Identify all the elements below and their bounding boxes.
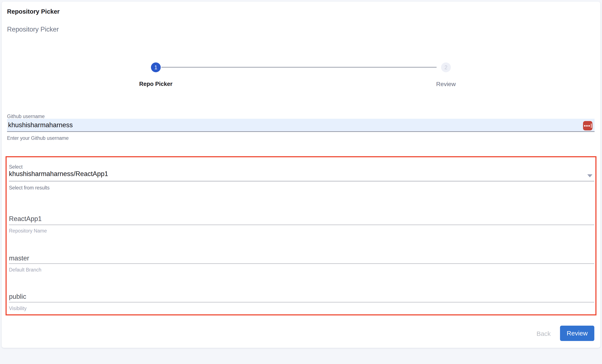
page-title: Repository Picker: [7, 9, 60, 15]
repo-select-label: Select: [9, 164, 22, 170]
chevron-down-icon[interactable]: [587, 174, 592, 177]
lastpass-autofill-icon[interactable]: [583, 121, 592, 130]
highlight-region: Select khushisharmaharness/ReactApp1 Sel…: [6, 156, 596, 315]
lastpass-dot: [586, 125, 588, 127]
visibility-underline: [9, 302, 594, 302]
page-subtitle: Repository Picker: [7, 26, 59, 32]
github-username-input[interactable]: [7, 119, 594, 132]
lastpass-dot: [584, 125, 586, 127]
repo-select-underline: [9, 181, 594, 181]
lastpass-bar: [591, 124, 591, 128]
visibility-value[interactable]: public: [9, 293, 26, 300]
step-1-number: 1: [154, 65, 157, 70]
visibility-label: Visibility: [9, 306, 27, 311]
repository-name-label: Repository Name: [9, 228, 47, 234]
step-2-label: Review: [414, 81, 478, 88]
default-branch-underline: [9, 263, 594, 264]
repository-picker-card: Repository Picker Repository Picker 1 2 …: [2, 2, 600, 348]
github-username-helper: Enter your Github username: [7, 135, 69, 141]
default-branch-label: Default Branch: [9, 267, 41, 273]
lastpass-dot: [588, 125, 590, 127]
step-2-number: 2: [444, 65, 447, 70]
stepper-connector-line: [161, 67, 437, 68]
step-1-circle[interactable]: 1: [151, 63, 161, 72]
step-2-circle[interactable]: 2: [441, 63, 451, 72]
review-button[interactable]: Review: [560, 326, 594, 341]
repo-select-helper: Select from results: [9, 185, 49, 191]
step-1-label: Repo Picker: [124, 81, 188, 87]
repository-name-underline: [9, 225, 594, 225]
default-branch-value[interactable]: master: [9, 254, 29, 262]
repository-name-value[interactable]: ReactApp1: [9, 215, 42, 223]
back-button[interactable]: Back: [533, 328, 554, 339]
repo-select-value[interactable]: khushisharmaharness/ReactApp1: [9, 170, 108, 178]
